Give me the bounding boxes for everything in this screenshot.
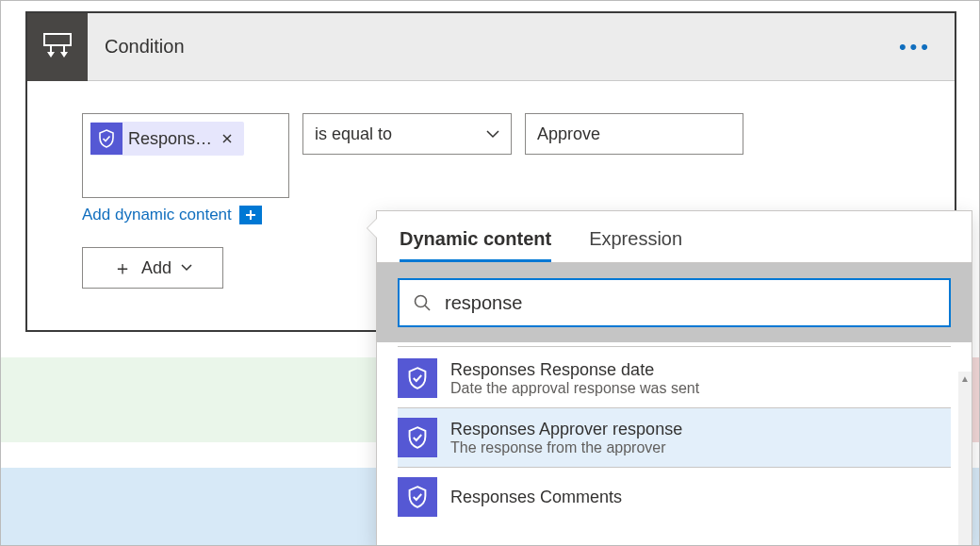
search-input[interactable]	[443, 291, 936, 315]
popup-tabs: Dynamic content Expression	[377, 211, 972, 263]
result-title: Responses Response date	[450, 360, 699, 380]
result-list: Responses Response date Date the approva…	[377, 342, 972, 526]
chevron-down-icon	[181, 264, 192, 272]
chevron-down-icon	[486, 130, 499, 139]
result-title: Responses Approver response	[450, 420, 682, 439]
svg-marker-4	[60, 52, 68, 58]
approval-icon	[90, 123, 122, 155]
search-icon	[413, 293, 432, 312]
result-description: The response from the approver	[450, 439, 682, 456]
more-options-button[interactable]: •••	[876, 35, 955, 59]
search-box[interactable]	[398, 278, 951, 327]
condition-icon	[27, 13, 88, 81]
result-item[interactable]: Responses Comments	[398, 468, 951, 526]
popup-scrollbar[interactable]: ▲	[958, 372, 972, 546]
result-title: Responses Comments	[450, 488, 622, 507]
condition-right-value[interactable]: Approve	[525, 113, 743, 155]
svg-point-9	[416, 296, 427, 307]
chip-label: Respons…	[128, 129, 212, 149]
close-icon	[221, 133, 233, 144]
svg-marker-3	[47, 52, 55, 58]
dynamic-value-chip[interactable]: Respons…	[90, 122, 244, 156]
add-dynamic-content-row: Add dynamic content	[82, 206, 289, 224]
condition-left-value[interactable]: Respons…	[82, 113, 289, 198]
condition-left-column: Respons… Add dynamic content ＋ Add	[82, 113, 289, 289]
condition-operator-select[interactable]: is equal to	[302, 113, 512, 155]
right-value-text: Approve	[537, 124, 600, 144]
add-condition-button[interactable]: ＋ Add	[82, 247, 223, 289]
result-item[interactable]: Responses Response date Date the approva…	[398, 349, 951, 408]
result-description: Date the approval response was sent	[450, 380, 699, 397]
add-dynamic-content-link[interactable]: Add dynamic content	[82, 206, 232, 224]
tab-expression[interactable]: Expression	[589, 228, 682, 262]
scroll-up-icon: ▲	[958, 372, 972, 385]
add-dynamic-badge[interactable]	[239, 206, 262, 224]
svg-rect-0	[44, 34, 71, 45]
plus-icon: ＋	[113, 256, 132, 281]
dynamic-content-popup: Dynamic content Expression Responses Res…	[376, 210, 972, 546]
chip-remove-button[interactable]	[218, 133, 237, 144]
add-button-label: Add	[141, 258, 172, 278]
svg-line-10	[425, 306, 430, 310]
operator-label: is equal to	[315, 124, 392, 144]
card-title: Condition	[88, 36, 876, 58]
result-item[interactable]: Responses Approver response The response…	[398, 408, 951, 468]
approval-icon	[398, 418, 437, 457]
plus-icon	[245, 209, 256, 221]
approval-icon	[398, 358, 437, 398]
search-container	[377, 263, 972, 342]
approval-icon	[398, 477, 437, 517]
callout-arrow	[368, 219, 377, 238]
card-header[interactable]: Condition •••	[27, 13, 955, 81]
ellipsis-icon: •••	[899, 35, 932, 58]
tab-dynamic-content[interactable]: Dynamic content	[400, 228, 551, 262]
